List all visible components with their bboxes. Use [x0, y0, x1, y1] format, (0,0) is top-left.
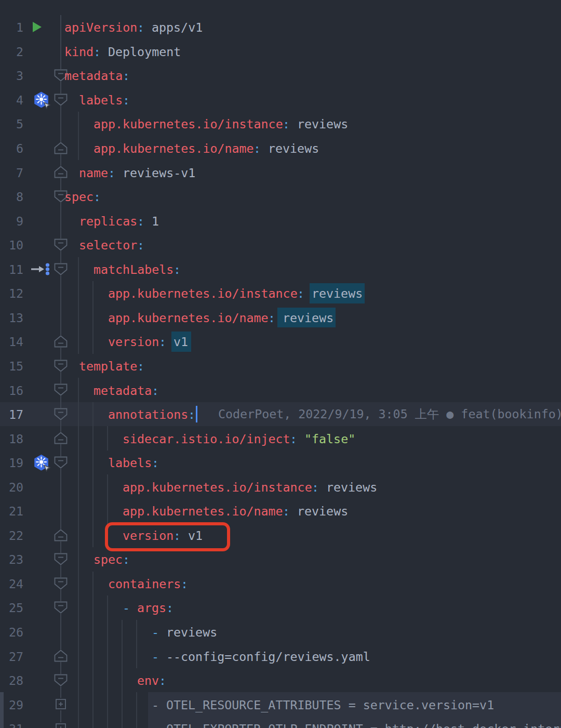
code-line-6[interactable]: 6app.kubernetes.io/name:reviews [0, 136, 561, 161]
code-line-2[interactable]: 2kind:Deployment [0, 39, 561, 64]
fold-marker-open[interactable] [54, 239, 68, 251]
yaml-value: 1 [152, 214, 159, 228]
indent-guide [78, 426, 79, 451]
selector-nav-icon[interactable] [29, 261, 51, 277]
line-number: 17 [0, 407, 23, 421]
gutter-fold-line [60, 620, 61, 644]
indent-guide [122, 692, 123, 717]
yaml-punct: : [166, 601, 173, 615]
yaml-key: name [79, 165, 108, 179]
yaml-key: metadata [64, 69, 123, 83]
fold-marker-open[interactable] [54, 383, 68, 396]
code-line-1[interactable]: 1apiVersion:apps/v1 [0, 15, 561, 39]
fold-marker-close[interactable] [54, 166, 68, 178]
code-line-21[interactable]: 21app.kubernetes.io/name:reviews [0, 499, 561, 523]
fold-marker-close[interactable] [54, 142, 68, 154]
fold-marker-open[interactable] [54, 601, 68, 614]
line-number: 15 [0, 359, 23, 373]
code-line-20[interactable]: 20app.kubernetes.io/instance:reviews [0, 474, 561, 499]
code-line-9[interactable]: 9replicas:1 [0, 208, 561, 233]
code-line-19[interactable]: 19labels: [0, 451, 561, 475]
gutter-fold-line [60, 306, 61, 330]
yaml-punct: : [181, 576, 188, 590]
code-line-28[interactable]: 28env: [0, 668, 561, 693]
yaml-punct: : [137, 214, 144, 228]
indent-guide [78, 136, 79, 161]
line-number: 19 [0, 456, 23, 470]
fold-marker-open[interactable] [54, 456, 68, 469]
line-number: 6 [0, 141, 23, 155]
code-line-25[interactable]: 25-args: [0, 595, 561, 620]
yaml-key: app.kubernetes.io/instance [94, 117, 283, 131]
gutter-fold-line [60, 15, 61, 39]
indent-guide [78, 717, 79, 728]
gutter-fold-line [60, 474, 61, 499]
fold-marker-collapsed[interactable] [54, 722, 68, 728]
indent-guide [92, 306, 94, 330]
code-line-14[interactable]: 14version:v1 [0, 329, 561, 354]
code-line-31[interactable]: 31-OTEL_EXPORTER_OTLP_ENDPOINT = http://… [0, 717, 561, 728]
yaml-key: version [108, 335, 159, 349]
indent-guide [107, 595, 108, 620]
code-line-17[interactable]: 17annotations:CoderPoet, 2022/9/19, 3:05… [0, 402, 561, 427]
code-line-7[interactable]: 7name:reviews-v1 [0, 160, 561, 184]
fold-marker-open[interactable] [54, 553, 68, 565]
fold-marker-open[interactable] [54, 94, 68, 106]
code-line-4[interactable]: 4labels: [0, 88, 561, 112]
fold-marker-close[interactable] [54, 335, 68, 348]
code-line-15[interactable]: 15template: [0, 354, 561, 378]
yaml-key: containers [108, 576, 181, 590]
code-line-22[interactable]: 22version:v1 [0, 523, 561, 548]
code-line-26[interactable]: 26-reviews [0, 620, 561, 644]
line-number: 7 [0, 165, 23, 179]
code-line-29[interactable]: 29-OTEL_RESOURCE_ATTRIBUTES = service.ve… [0, 692, 561, 717]
code-line-27[interactable]: 27---config=config/reviews.yaml [0, 644, 561, 668]
code-line-18[interactable]: 18sidecar.istio.io/inject:"false" [0, 426, 561, 451]
fold-marker-collapsed[interactable] [54, 698, 68, 710]
indent-guide [78, 644, 79, 668]
indent-guide [78, 329, 79, 354]
indent-guide [78, 692, 79, 717]
yaml-key: replicas [79, 214, 137, 228]
yaml-punct: : [283, 117, 290, 131]
yaml-punct: : [137, 238, 144, 252]
code-line-16[interactable]: 16metadata: [0, 378, 561, 402]
run-icon[interactable] [31, 21, 43, 33]
code-line-12[interactable]: 12app.kubernetes.io/instance:reviews [0, 281, 561, 306]
yaml-punct: : [159, 673, 166, 687]
line-number: 2 [0, 44, 23, 58]
yaml-punct: - [152, 625, 159, 639]
yaml-punct: - [123, 601, 130, 615]
indent-guide [78, 474, 79, 499]
yaml-key: args [137, 601, 166, 615]
yaml-value: reviews [326, 480, 377, 494]
fold-marker-open[interactable] [54, 360, 68, 372]
code-line-11[interactable]: 11matchLabels: [0, 257, 561, 282]
fold-marker-close[interactable] [54, 432, 68, 444]
yaml-key: env [137, 673, 159, 687]
kubernetes-icon[interactable] [33, 91, 49, 108]
fold-marker-close[interactable] [54, 650, 68, 662]
indent-guide [78, 112, 79, 136]
indent-guide [78, 378, 79, 402]
line-number: 9 [0, 214, 23, 228]
code-editor[interactable]: 1apiVersion:apps/v12kind:Deployment3meta… [0, 0, 561, 728]
code-line-8[interactable]: 8spec: [0, 184, 561, 209]
yaml-key: spec [64, 190, 94, 204]
fold-marker-open[interactable] [54, 408, 68, 420]
code-line-3[interactable]: 3metadata: [0, 63, 561, 88]
fold-marker-open[interactable] [54, 674, 68, 686]
fold-marker-close[interactable] [54, 529, 68, 541]
code-line-10[interactable]: 10selector: [0, 233, 561, 257]
indent-guide [78, 547, 79, 572]
code-line-23[interactable]: 23spec: [0, 547, 561, 572]
yaml-punct: : [312, 480, 319, 494]
code-line-24[interactable]: 24containers: [0, 572, 561, 596]
fold-marker-open[interactable] [54, 577, 68, 590]
kubernetes-icon[interactable] [33, 455, 49, 471]
code-line-13[interactable]: 13app.kubernetes.io/name:reviews [0, 306, 561, 330]
fold-marker-open[interactable] [54, 263, 68, 275]
code-line-5[interactable]: 5app.kubernetes.io/instance:reviews [0, 112, 561, 136]
yaml-key: annotations [108, 407, 188, 421]
line-number: 10 [0, 238, 23, 252]
